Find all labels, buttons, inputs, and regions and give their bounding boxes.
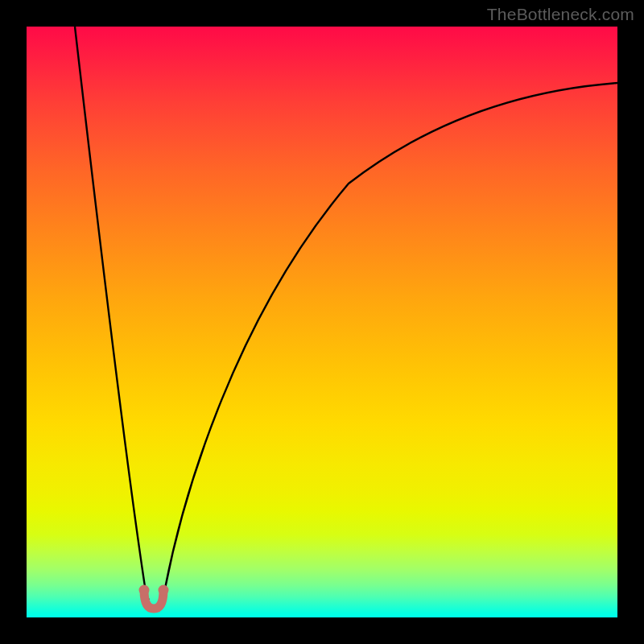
bottleneck-curve [27, 27, 617, 617]
curve-right-branch [161, 83, 617, 600]
watermark-text: TheBottleneck.com [487, 5, 634, 24]
trough-endpoint-right [159, 585, 169, 596]
curve-left-branch [75, 27, 149, 600]
chart-frame: TheBottleneck.com [0, 0, 644, 644]
trough-endpoint-left [139, 585, 150, 596]
plot-area [27, 27, 617, 617]
